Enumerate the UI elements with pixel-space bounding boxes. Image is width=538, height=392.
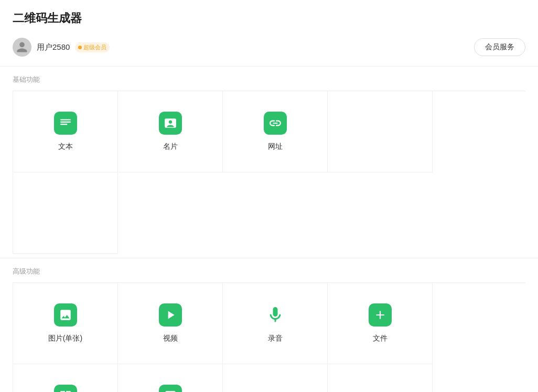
- advanced-spacer-1: [223, 364, 328, 392]
- advanced-section-title: 高级功能: [13, 267, 525, 276]
- url-icon: [268, 116, 282, 130]
- basic-section-title: 基础功能: [13, 75, 525, 84]
- vip-dot-icon: [78, 46, 82, 49]
- advanced-item-file-label: 文件: [373, 334, 388, 343]
- file-icon-box: [369, 303, 392, 326]
- advanced-grid: 图片(单张) 视频 录音: [13, 282, 525, 392]
- user-bar: 用户2580 超级会员 会员服务: [13, 34, 525, 61]
- vip-badge-label: 超级会员: [83, 43, 106, 51]
- advanced-item-video[interactable]: 视频: [118, 283, 223, 364]
- avatar: [13, 38, 31, 57]
- advanced-spacer-2: [328, 364, 433, 392]
- audio-icon-box: [264, 303, 287, 326]
- text-icon-box: [54, 112, 77, 135]
- basic-item-card[interactable]: 名片: [118, 91, 223, 172]
- url-icon-box: [264, 112, 287, 135]
- advanced-item-file[interactable]: 文件: [328, 283, 433, 364]
- audio-icon: [266, 306, 285, 324]
- advanced-section: 高级功能 图片(单张) 视频: [0, 258, 538, 392]
- basic-item-text[interactable]: 文本: [13, 91, 118, 172]
- header: 二维码生成器 用户2580 超级会员 会员服务: [0, 0, 538, 66]
- user-info: 用户2580 超级会员: [13, 38, 110, 57]
- basic-item-url-label: 网址: [268, 142, 283, 151]
- app-title: 二维码生成器: [13, 10, 525, 26]
- image-icon: [59, 308, 72, 322]
- text-icon: [59, 116, 72, 130]
- advanced-item-audio[interactable]: 录音: [223, 283, 328, 364]
- basic-item-card-label: 名片: [163, 142, 178, 151]
- app-container: 二维码生成器 用户2580 超级会员 会员服务 基础功能: [0, 0, 538, 392]
- basic-section: 基础功能 文本 名片: [0, 67, 538, 258]
- advanced-item-video-label: 视频: [163, 334, 178, 343]
- card-icon-box: [159, 112, 182, 135]
- article-icon: [164, 389, 177, 392]
- live-icon: [59, 389, 72, 392]
- advanced-item-audio-label: 录音: [268, 334, 283, 343]
- basic-grid: 文本 名片 网址: [13, 91, 525, 254]
- basic-spacer-1: [328, 91, 433, 172]
- basic-item-text-label: 文本: [58, 142, 73, 151]
- advanced-item-article[interactable]: 图文(多图): [118, 364, 223, 392]
- video-icon: [164, 308, 177, 322]
- basic-spacer-2: [13, 172, 118, 254]
- advanced-item-live[interactable]: 活码: [13, 364, 118, 392]
- live-icon-box: [54, 385, 77, 392]
- username: 用户2580: [37, 42, 70, 52]
- article-icon-box: [159, 385, 182, 392]
- vip-badge: 超级会员: [75, 42, 110, 52]
- vip-service-button[interactable]: 会员服务: [474, 38, 525, 56]
- image-icon-box: [54, 303, 77, 326]
- advanced-item-image-label: 图片(单张): [48, 334, 82, 343]
- video-icon-box: [159, 303, 182, 326]
- basic-item-url[interactable]: 网址: [223, 91, 328, 172]
- file-icon: [373, 308, 387, 322]
- advanced-item-image[interactable]: 图片(单张): [13, 283, 118, 364]
- card-icon: [164, 116, 177, 130]
